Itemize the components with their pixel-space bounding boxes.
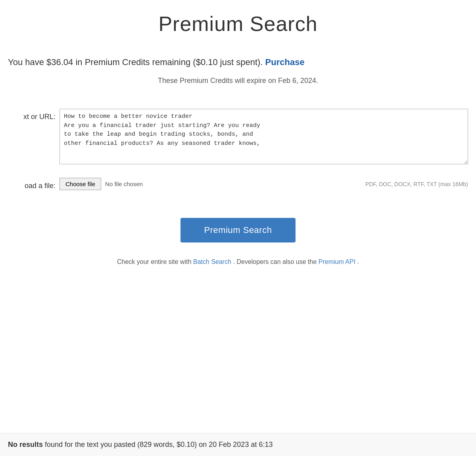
credits-info: You have $36.04 in Premium Credits remai… <box>0 44 476 73</box>
purchase-link[interactable]: Purchase <box>265 57 305 67</box>
no-file-text: No file chosen <box>105 181 143 187</box>
helper-suffix: . <box>357 258 359 265</box>
text-url-row: xt or URL: <box>8 109 468 166</box>
file-upload-controls: Choose file No file chosen PDF, DOC, DOC… <box>60 178 468 190</box>
helper-prefix: Check your entire site with <box>117 258 192 265</box>
button-row: Premium Search <box>0 218 476 242</box>
expiry-info: These Premium Credits will expire on Feb… <box>0 73 476 101</box>
helper-middle: . Developers can also use the <box>233 258 317 265</box>
batch-search-link[interactable]: Batch Search <box>193 258 231 265</box>
page-title: Premium Search <box>0 0 476 44</box>
premium-api-link[interactable]: Premium API <box>319 258 355 265</box>
file-upload-row: oad a file: Choose file No file chosen P… <box>8 178 468 190</box>
premium-search-button[interactable]: Premium Search <box>180 218 296 242</box>
file-formats-text: PDF, DOC, DOCX, RTF, TXT (max 16Mb) <box>365 181 468 187</box>
form-section: xt or URL: oad a file: Choose file No fi… <box>0 101 476 210</box>
text-input[interactable] <box>60 109 468 164</box>
credits-message: You have $36.04 in Premium Credits remai… <box>8 57 263 67</box>
choose-file-button[interactable]: Choose file <box>60 178 101 190</box>
bottom-bar-message: found for the text you pasted (829 words… <box>45 441 273 448</box>
file-upload-label: oad a file: <box>8 178 60 190</box>
bottom-bar: No results found for the text you pasted… <box>0 433 476 456</box>
textarea-wrapper <box>60 109 468 166</box>
text-url-label: xt or URL: <box>8 109 60 121</box>
helper-text: Check your entire site with Batch Search… <box>0 254 476 269</box>
no-results-label: No results <box>8 441 43 448</box>
